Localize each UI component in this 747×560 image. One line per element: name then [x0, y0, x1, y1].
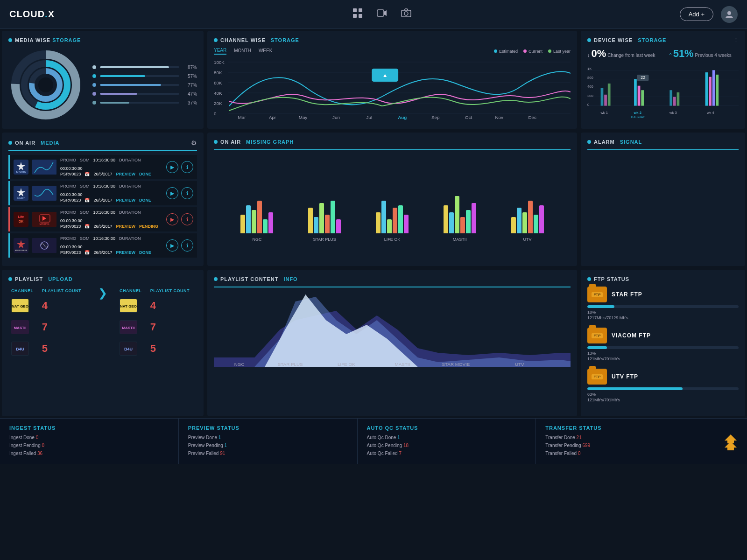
ingest-failed-label: Ingest Failed	[9, 451, 36, 456]
col-channel: CHANNEL	[117, 287, 148, 295]
add-button[interactable]: Add +	[680, 7, 713, 21]
grid-icon[interactable]	[352, 8, 363, 21]
info-button[interactable]: ℹ	[181, 213, 193, 225]
bar-dot	[92, 74, 96, 78]
title-highlight: UPLOAD	[48, 276, 72, 282]
media-info-row-bottom: PSRV0023 📅 26/5/2017 PREVIEW DONE	[60, 198, 162, 203]
count-cell: 5	[39, 338, 89, 359]
table-row: NAT GEO 4	[117, 295, 197, 316]
svg-text:60K: 60K	[214, 80, 222, 85]
duration-label: DURATION	[119, 158, 141, 162]
legend-current: Current	[523, 49, 543, 54]
metric-value: 51%	[673, 48, 694, 59]
ftp-name: VIACOM FTP	[612, 332, 651, 339]
chevron-right-icon[interactable]: ❯	[93, 287, 112, 300]
missing-chart: NGC STAR PLUS	[214, 158, 571, 242]
title-dot	[8, 38, 12, 42]
ftp-pct: 63%	[587, 392, 739, 397]
bar-dot	[92, 65, 96, 69]
channel-logo-mastii-2: MASTII	[120, 320, 137, 334]
duration-label: DURATION	[119, 210, 141, 215]
more-options-icon[interactable]: ⋮	[733, 37, 739, 43]
qc-failed-value: 7	[399, 451, 402, 456]
cws-chart: 100K 80K 60K 40K 20K 0	[214, 59, 571, 120]
svg-text:0: 0	[214, 111, 216, 116]
svg-text:SPORTS: SPORTS	[16, 170, 26, 173]
svg-rect-75	[32, 186, 56, 201]
media-actions-2: ▶ ℹ	[166, 187, 193, 199]
table-row: MASTII 7	[8, 316, 89, 338]
playlist-title: PLAYLIST UPLOAD	[8, 276, 197, 282]
pci-title: PLAYLIST CONTENT INFO	[214, 276, 571, 282]
video-icon[interactable]	[377, 8, 387, 21]
dws-chart: 1K 800 400 200 0 22	[587, 64, 739, 120]
media-wise-storage-panel: MEDIA WISE STORAGE	[2, 31, 204, 129]
camera-icon[interactable]	[401, 8, 411, 21]
svg-text:Jul: Jul	[366, 115, 373, 120]
ingest-status-items: Ingest Done 0 Ingest Pending 0 Ingest Fa…	[9, 434, 169, 457]
media-info-row-top: PROMO SOM 10:16:30:00 DURATION 00:00:30:…	[60, 158, 162, 171]
info-button[interactable]: ℹ	[181, 239, 193, 252]
table-row: NAT GEO 4	[8, 295, 89, 316]
qc-pending: Auto Qc Pending 18	[367, 441, 527, 449]
dws-header: DEVICE WISE STORAGE ⋮	[587, 37, 739, 48]
ingest-done-label: Ingest Done	[9, 435, 35, 440]
svg-text:200: 200	[587, 94, 593, 98]
svg-text:wk 4: wk 4	[706, 111, 714, 115]
dws-metric-week: ↓ 0% Change from last week	[587, 48, 655, 60]
app-logo: CLOUD.X	[9, 9, 84, 20]
media-thumb-2	[32, 186, 56, 201]
svg-text:NAT GEO: NAT GEO	[120, 304, 137, 308]
channel-logo-star-sports: SPORTS	[14, 160, 28, 175]
channel-logo-ngc: NAT GEO	[11, 299, 29, 313]
legend-estimated: Estimated	[494, 49, 518, 54]
svg-text:▲: ▲	[382, 72, 388, 77]
play-button[interactable]: ▶	[166, 187, 178, 199]
media-info-1: PROMO SOM 10:16:30:00 DURATION 00:00:30:…	[60, 158, 162, 176]
title-highlight: MISSING GRAPH	[246, 139, 294, 145]
storage-content: 87% 57% 77%	[8, 48, 197, 122]
bar-group-starplus: STAR PLUS	[308, 201, 341, 242]
preview-failed-value: 91	[220, 451, 225, 456]
status-value: DONE	[139, 198, 151, 203]
svg-text:B4U: B4U	[16, 347, 24, 351]
ftp-progress-track	[587, 346, 739, 349]
row3: PLAYLIST UPLOAD CHANNEL PLAYLIST COUNT	[0, 268, 747, 418]
ftp-item-header: FTP UTV FTP	[587, 369, 739, 385]
play-button[interactable]: ▶	[166, 161, 178, 173]
scroll-up-button[interactable]	[714, 419, 747, 464]
playlist-data-table-1: CHANNEL PLAYLIST COUNT NAT GEO	[8, 287, 89, 359]
svg-text:20K: 20K	[214, 101, 222, 106]
bar-pct: 77%	[183, 83, 197, 88]
media-row-4: ANDROMEDA PROMO SOM 10:16:30:00 DURATION…	[8, 233, 197, 258]
on-air-missing-graph-panel: ON AIR MISSING GRAPH NGC	[207, 133, 577, 266]
svg-text:Jun: Jun	[332, 115, 340, 120]
user-avatar[interactable]	[721, 6, 738, 23]
title-highlight: SIGNAL	[620, 139, 642, 145]
ingest-status-title: INGEST STATUS	[9, 425, 169, 431]
tab-month[interactable]: MONTH	[234, 48, 251, 54]
count-value: 7	[150, 321, 156, 333]
svg-rect-62	[709, 77, 712, 106]
top-navigation: CLOUD.X Add +	[0, 0, 747, 29]
play-button[interactable]: ▶	[166, 239, 178, 252]
preview-status: PREVIEW	[116, 250, 135, 255]
play-button[interactable]: ▶	[166, 213, 178, 225]
filter-icon[interactable]: ⚙	[191, 139, 197, 147]
channel-cell: NAT GEO	[117, 295, 148, 316]
type-label: PROMO	[60, 210, 76, 215]
qc-pending-label: Auto Qc Pending	[367, 443, 402, 448]
svg-text:MASTII: MASTII	[395, 362, 410, 367]
tab-year[interactable]: YEAR	[214, 48, 226, 55]
bar-group-lifeok: LIFE OK	[376, 201, 409, 242]
svg-text:STAR PLUS: STAR PLUS	[278, 362, 303, 367]
media-row-1: SPORTS PROMO SOM 10:16:30:00 DURATION 00…	[8, 155, 197, 179]
ftp-item-header: FTP VIACOM FTP	[587, 328, 739, 343]
info-button[interactable]: ℹ	[181, 187, 193, 199]
on-air-title: ON AIR MEDIA	[8, 140, 60, 146]
playlist-content-info-panel: PLAYLIST CONTENT INFO NGC STAR PLUS LIFE…	[207, 270, 577, 416]
info-button[interactable]: ℹ	[181, 161, 193, 173]
tab-week[interactable]: WEEK	[259, 48, 272, 54]
media-id: PSRV0023	[60, 198, 81, 203]
preview-status-section: PREVIEW STATUS Preview Done 1 Preview Pe…	[179, 419, 358, 464]
